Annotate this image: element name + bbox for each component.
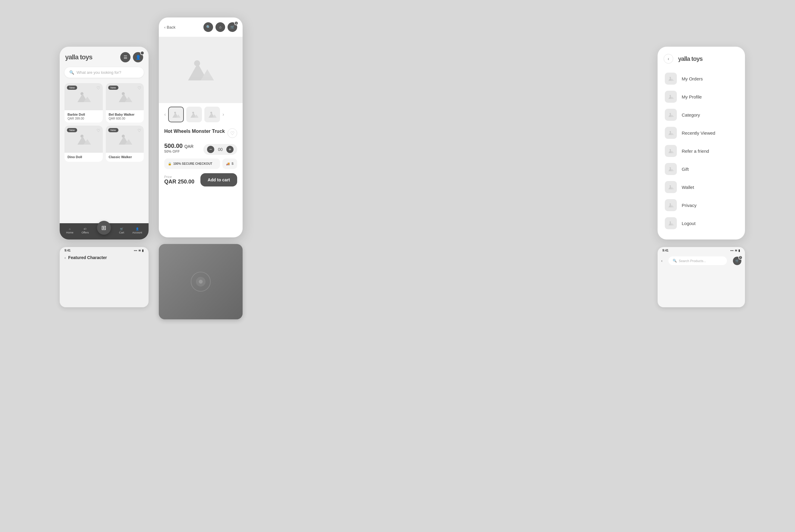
- bottom-center-phone: [159, 244, 243, 319]
- menu-item-privacy[interactable]: Privacy: [664, 196, 739, 214]
- bottom-right-status-bar: 9:41 ▪▪▪ ≋ ▮: [658, 247, 745, 252]
- bottom-right-back-btn[interactable]: ‹: [661, 259, 662, 263]
- nav-home-label: Home: [66, 231, 74, 234]
- price-display: 500.00 QAR: [164, 142, 193, 149]
- orders-mountain-icon: [668, 76, 674, 82]
- bottom-right-search[interactable]: 🔍 Search Products...: [668, 256, 727, 265]
- checkout-row: 🔒 100% SECURE CHECKOUT 🚚 S: [164, 158, 237, 169]
- menu-item-refer[interactable]: Refer a friend: [664, 142, 739, 160]
- price-section: Price QAR 250.00 Add to cart: [164, 173, 237, 187]
- home-icon: ⌂: [69, 227, 71, 230]
- user-icon-btn[interactable]: 👤: [133, 52, 143, 62]
- bottom-right-status-icons: ▪▪▪ ≋ ▮: [730, 249, 740, 252]
- menu-item-profile[interactable]: My Profile: [664, 88, 739, 106]
- nav-cart[interactable]: 🛒 Cart: [119, 227, 124, 234]
- heart-button[interactable]: ♡: [227, 128, 237, 138]
- left-phone: yalla toys ☰ 👤 🔍 What are you looking fo…: [60, 47, 149, 240]
- menu-item-orders[interactable]: My Orders: [664, 70, 739, 88]
- search-icon-btn[interactable]: 🔍: [203, 22, 213, 32]
- mountain-svg-4: [117, 133, 132, 145]
- discount-badge: 50% OFF: [164, 149, 193, 154]
- thumb-prev[interactable]: ‹: [164, 112, 166, 117]
- add-to-cart-button[interactable]: Add to cart: [200, 173, 237, 187]
- featured-back-btn[interactable]: ‹: [64, 255, 66, 260]
- search-placeholder: What are you looking for?: [76, 70, 121, 75]
- nav-account[interactable]: 👤 Account: [132, 227, 142, 234]
- truck-icon: 🚚: [226, 162, 229, 165]
- products-grid: New ♡ Barbie Doll QAR 399.00 New ♡: [60, 80, 149, 165]
- price-amount: 500.00: [164, 142, 183, 149]
- cart-badge: 5: [234, 21, 238, 25]
- home-icon-btn[interactable]: ⌂: [216, 22, 225, 32]
- search-icon-small: 🔍: [673, 259, 677, 263]
- thumb-next[interactable]: ›: [222, 112, 224, 117]
- search-bar[interactable]: 🔍 What are you looking for?: [64, 67, 144, 78]
- product-price-1: QAR 399.00: [68, 117, 100, 120]
- wallet-mountain-icon: [668, 184, 674, 190]
- heart-icon-1[interactable]: ♡: [96, 86, 100, 90]
- category-icon: [665, 109, 677, 121]
- thumb-3[interactable]: [204, 107, 220, 122]
- bottom-left-time: 9:41: [64, 249, 71, 252]
- offers-icon: 🏷: [84, 227, 87, 230]
- back-button[interactable]: ‹ Back: [164, 25, 175, 30]
- qty-value: 00: [217, 147, 224, 152]
- menu-item-gift[interactable]: Gift: [664, 160, 739, 178]
- product-card-2[interactable]: New ♡ Bel Baby Walker QAR 600.00: [106, 83, 144, 122]
- category-center-icon: ⊞: [101, 224, 106, 231]
- product-info-3: Dino Doll: [64, 153, 103, 162]
- product-info-2: Bel Baby Walker QAR 600.00: [106, 110, 144, 122]
- heart-icon-3[interactable]: ♡: [96, 128, 100, 133]
- nav-offers[interactable]: 🏷 Offers: [82, 227, 89, 234]
- product-name-2: Bel Baby Walker: [109, 113, 141, 116]
- recently-viewed-icon: [665, 127, 677, 139]
- search-placeholder-small: Search Products...: [679, 259, 706, 263]
- heart-icon-4[interactable]: ♡: [137, 128, 141, 133]
- thumb-2[interactable]: [186, 107, 202, 122]
- product-card-4[interactable]: New ♡ Classic Walker: [106, 126, 144, 162]
- bottom-left-status-icons: ▪▪▪ ≋ ▮: [134, 249, 144, 252]
- logout-mountain-icon: [668, 220, 674, 226]
- main-product-image: [159, 37, 243, 103]
- cart-icon-small: 🛒: [735, 259, 739, 262]
- cart-icon: 🛒: [230, 25, 235, 29]
- menu-item-wallet[interactable]: Wallet: [664, 178, 739, 196]
- menu-item-category[interactable]: Category: [664, 106, 739, 124]
- panel-back-btn[interactable]: ‹: [664, 54, 673, 63]
- secure-checkout-btn[interactable]: 🔒 100% SECURE CHECKOUT: [164, 158, 220, 169]
- panel-back-icon: ‹: [668, 56, 669, 61]
- user-icon: 👤: [136, 55, 141, 60]
- nav-category-center[interactable]: ⊞: [97, 221, 111, 235]
- refer-label: Refer a friend: [682, 149, 709, 154]
- bottom-left-status-bar: 9:41 ▪▪▪ ≋ ▮: [60, 247, 149, 252]
- bottom-right-cart-btn[interactable]: 🛒 5: [733, 256, 741, 265]
- detail-header-icons: 🔍 ⌂ 🛒 5: [203, 22, 237, 32]
- bottom-left-nav-header: ‹ Featured Character: [60, 252, 149, 263]
- category-mountain-icon: [668, 112, 674, 118]
- nav-cart-label: Cart: [119, 231, 124, 234]
- cart-icon: 🛒: [120, 227, 123, 230]
- cart-icon-btn[interactable]: 🛒 5: [227, 22, 237, 32]
- new-badge-4: New: [108, 128, 118, 132]
- logout-label: Logout: [682, 221, 696, 226]
- nav-offers-label: Offers: [82, 231, 89, 234]
- wallet-label: Wallet: [682, 185, 694, 190]
- price-final: QAR 250.00: [164, 179, 195, 185]
- product-card-3[interactable]: New ♡ Dino Doll: [64, 126, 103, 162]
- thumb-1[interactable]: [168, 107, 184, 122]
- delivery-btn[interactable]: 🚚 S: [222, 158, 237, 169]
- menu-item-logout[interactable]: Logout: [664, 214, 739, 232]
- qty-minus-btn[interactable]: −: [207, 146, 214, 153]
- bottom-right-search-row: ‹ 🔍 Search Products... 🛒 5: [658, 252, 745, 269]
- heart-icon-2[interactable]: ♡: [137, 86, 141, 90]
- price-label-group: Price QAR 250.00: [164, 175, 195, 185]
- product-card-1[interactable]: New ♡ Barbie Doll QAR 399.00: [64, 83, 103, 122]
- menu-item-recently-viewed[interactable]: Recently Viewed: [664, 124, 739, 142]
- thumb-mountain-2: [189, 111, 199, 118]
- menu-icon-btn[interactable]: ☰: [120, 52, 130, 62]
- circular-graphic: [189, 270, 213, 294]
- nav-home[interactable]: ⌂ Home: [66, 227, 74, 234]
- qty-plus-btn[interactable]: +: [226, 146, 234, 153]
- main-mountain-svg: [186, 58, 216, 82]
- product-title: Hot Wheels Monster Truck: [164, 128, 225, 135]
